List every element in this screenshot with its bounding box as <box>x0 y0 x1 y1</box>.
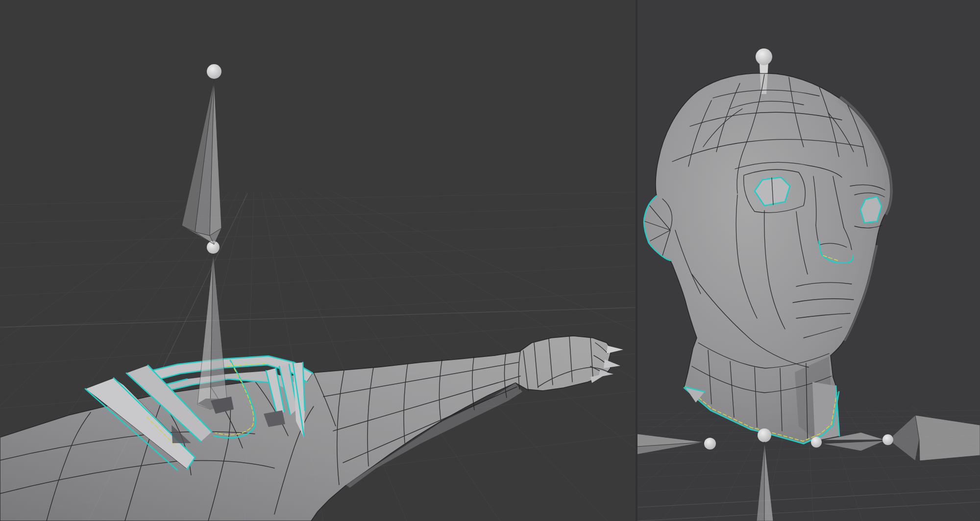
finger-tip-spike <box>607 346 623 354</box>
viewport-right[interactable] <box>637 0 980 521</box>
finger-tip-spike <box>604 359 620 368</box>
viewport-split-screenshot <box>0 0 980 521</box>
torso-arm-mesh[interactable] <box>0 336 623 521</box>
viewport-left[interactable] <box>0 0 637 521</box>
armature-bone-upper[interactable] <box>182 80 221 244</box>
armature-bone-lower[interactable] <box>197 253 228 409</box>
viewport-divider <box>636 0 637 521</box>
spine-bone[interactable] <box>757 428 773 521</box>
head-mesh[interactable] <box>644 73 890 444</box>
bone-tip-sphere[interactable] <box>207 64 221 79</box>
